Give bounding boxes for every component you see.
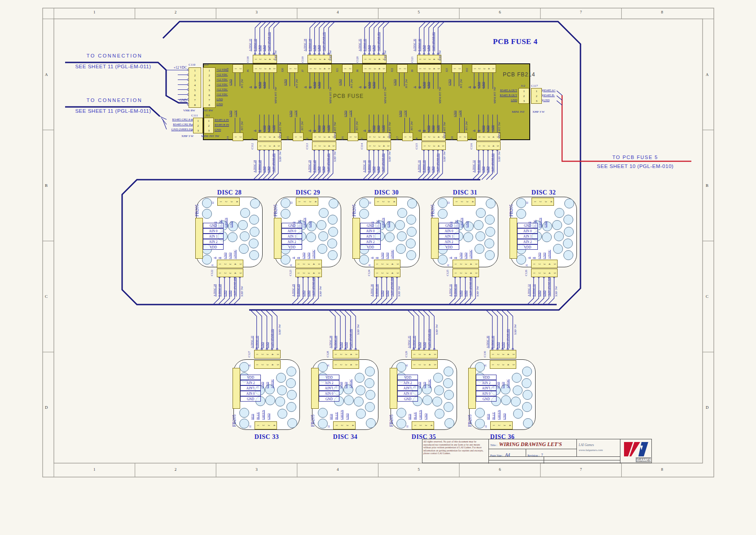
pin-number: 5 (203, 88, 215, 93)
pin-number: 3 (487, 136, 490, 137)
pin-number: 2 (314, 58, 316, 60)
wire-label: GND (339, 342, 342, 348)
disc-led (407, 199, 417, 208)
pin-label: 12VDC (349, 379, 352, 388)
pin-number: 1 (234, 68, 237, 69)
disc-led (463, 232, 473, 242)
disc-led (542, 232, 552, 242)
pcb-pin-label: B (418, 86, 421, 88)
pin-number: 3 (428, 68, 431, 69)
wire-label: GND (459, 291, 462, 296)
pin-label: RED (487, 414, 490, 420)
connector-ref: J4 (415, 137, 418, 140)
pin-number: 4 (391, 263, 394, 265)
pin-number: 4 (203, 83, 215, 88)
pin-number: 3 (423, 354, 426, 355)
wire-label: B DISC 33 (255, 336, 258, 348)
pin-number: 3 (532, 98, 541, 103)
connector-ref: J18 (451, 136, 454, 140)
pcb-pin-label: +12V (326, 125, 330, 132)
pcb-connector-J21: 12 (342, 64, 353, 73)
pin-number: 3 (193, 128, 202, 133)
disc-connector-J2: 1234 (333, 421, 356, 429)
disc-left-connector (274, 218, 281, 259)
wire-label: B DISC 32 (532, 284, 535, 296)
pin-number: 4 (507, 364, 510, 365)
wire-label: A DISC 32 (472, 160, 475, 172)
pin-number: 2 (497, 425, 500, 426)
disc-led (485, 250, 495, 260)
pcb-pin-label: A (249, 86, 252, 88)
connector-type: JST 2W (241, 79, 244, 88)
pcb-pin-label: +12V (381, 125, 384, 132)
wire-label: GND (537, 291, 540, 296)
pin-number: 5 (554, 272, 556, 274)
wire-label: A DISC 29 (291, 284, 294, 296)
connector-type: JST 2W (241, 121, 244, 130)
drawing-title: WIRING DRAWING LET'S BOUNCE (490, 441, 562, 449)
pin-label: 12VDC (233, 250, 237, 259)
disc-led (359, 255, 369, 265)
disc-led (286, 402, 296, 412)
pin-number: 1 (219, 201, 222, 203)
connector-ref: C115 (415, 143, 418, 149)
pin-label: GND (302, 252, 305, 259)
connector-type: JST 8W (203, 109, 213, 112)
pcb-board-label: PCB FUSE (333, 93, 364, 99)
wire-label: A DISC 34 (329, 336, 331, 348)
connector-ref: J9 (411, 69, 414, 72)
disc-led (432, 397, 442, 407)
disc-led (328, 215, 338, 225)
pin-label: 12VDC (506, 379, 510, 388)
pin-number: 1 (219, 263, 221, 265)
to-pcb-fuse5-wire (562, 95, 691, 161)
pcb-connector-J17: 12 (402, 133, 413, 141)
pin-label: BLUE (492, 412, 495, 420)
wire-label: +12V (FUSE 34) (322, 32, 325, 51)
pin-number: 2 (299, 136, 302, 137)
wire-label: GND (427, 167, 430, 172)
pin-number: 2 (189, 73, 201, 78)
connector-type: XHP 3 W (532, 111, 545, 114)
wire-label: B DISC 32 (477, 160, 479, 172)
disc-title: DISC 30 (349, 189, 424, 196)
disc-led (434, 385, 444, 395)
pin-number: 3 (323, 136, 325, 137)
pin-number: 1 (455, 201, 457, 203)
pcb-connector-J6: 12345 (253, 64, 277, 73)
disc-bus-wire (274, 22, 280, 54)
disc-signal-cell: AIN 2 (439, 239, 459, 244)
wire-label: GND (313, 45, 316, 51)
pin-number: 7 (189, 97, 201, 102)
connector-ref: C114 (360, 143, 364, 149)
connector-ref: C121 (411, 56, 414, 62)
connector-type: MINI JST 5W (388, 122, 391, 138)
pin-number: 5 (239, 263, 242, 265)
pin-number: 2 (428, 136, 431, 137)
connector-ref: J12 (521, 84, 525, 88)
pin-label: B (454, 257, 457, 259)
wire-label: +12V (FUSE 35) (377, 32, 380, 51)
disc-led (395, 220, 405, 230)
pcb-pin-label: GND (289, 111, 292, 117)
pin-number: 2 (423, 68, 426, 69)
pin-label: GND (387, 221, 390, 227)
pin-number: 1 (294, 136, 297, 137)
pin-label: GREEN (340, 410, 343, 420)
pin-label: GND (466, 221, 469, 227)
disc-title: DISC 31 (427, 189, 503, 196)
disc-left-connector (233, 368, 240, 409)
pin-label: A (213, 256, 216, 259)
pcb-pin-label: B (253, 86, 256, 88)
wire-label: +12V (FUSE 32) (491, 153, 494, 172)
pin-number: 4 (507, 354, 510, 355)
pin-number: 1 (259, 136, 261, 137)
pcb-connector-J12: 123 (519, 88, 529, 104)
disc-led (563, 215, 573, 225)
disc-led (250, 227, 259, 237)
disc-led (318, 419, 328, 429)
disc-led (287, 390, 297, 400)
pin-number: 4 (382, 136, 385, 137)
disc-bus-wire (383, 22, 390, 54)
disc-led (422, 395, 432, 405)
